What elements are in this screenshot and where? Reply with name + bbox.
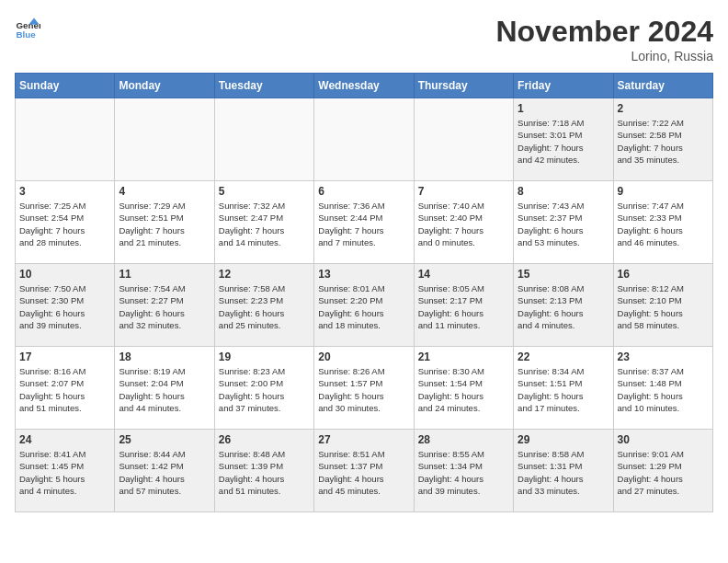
day-number: 13: [318, 268, 409, 281]
weekday-header-monday: Monday: [115, 74, 214, 98]
calendar-cell: 22Sunrise: 8:34 AM Sunset: 1:51 PM Dayli…: [514, 347, 613, 430]
calendar-week-1: 3Sunrise: 7:25 AM Sunset: 2:54 PM Daylig…: [16, 181, 713, 264]
day-number: 23: [618, 350, 709, 363]
day-info: Sunrise: 7:47 AM Sunset: 2:33 PM Dayligh…: [618, 200, 709, 248]
calendar-cell: 12Sunrise: 7:58 AM Sunset: 2:23 PM Dayli…: [214, 264, 313, 347]
day-info: Sunrise: 8:58 AM Sunset: 1:31 PM Dayligh…: [518, 448, 609, 497]
calendar-cell: [214, 98, 313, 181]
calendar-cell: 29Sunrise: 8:58 AM Sunset: 1:31 PM Dayli…: [514, 430, 613, 512]
weekday-header-sunday: Sunday: [16, 74, 115, 98]
calendar-cell: 15Sunrise: 8:08 AM Sunset: 2:13 PM Dayli…: [514, 264, 613, 347]
day-number: 7: [418, 185, 509, 198]
day-number: 21: [418, 350, 509, 363]
day-number: 26: [219, 433, 310, 446]
calendar-cell: 5Sunrise: 7:32 AM Sunset: 2:47 PM Daylig…: [214, 181, 313, 264]
day-info: Sunrise: 7:36 AM Sunset: 2:44 PM Dayligh…: [318, 200, 409, 248]
calendar-week-4: 24Sunrise: 8:41 AM Sunset: 1:45 PM Dayli…: [16, 430, 713, 512]
calendar-cell: 28Sunrise: 8:55 AM Sunset: 1:34 PM Dayli…: [414, 430, 513, 512]
day-info: Sunrise: 8:19 AM Sunset: 2:04 PM Dayligh…: [119, 365, 210, 414]
logo: General Blue: [15, 15, 40, 40]
day-info: Sunrise: 8:37 AM Sunset: 1:48 PM Dayligh…: [618, 365, 709, 414]
day-info: Sunrise: 8:12 AM Sunset: 2:10 PM Dayligh…: [618, 282, 709, 331]
day-number: 10: [19, 268, 110, 281]
day-info: Sunrise: 8:30 AM Sunset: 1:54 PM Dayligh…: [418, 365, 509, 414]
day-number: 18: [119, 350, 210, 363]
day-info: Sunrise: 9:01 AM Sunset: 1:29 PM Dayligh…: [618, 448, 709, 497]
calendar-cell: 17Sunrise: 8:16 AM Sunset: 2:07 PM Dayli…: [16, 347, 115, 430]
calendar-cell: [16, 98, 115, 181]
day-info: Sunrise: 8:26 AM Sunset: 1:57 PM Dayligh…: [318, 365, 409, 414]
day-number: 27: [318, 433, 409, 446]
calendar-cell: 14Sunrise: 8:05 AM Sunset: 2:17 PM Dayli…: [414, 264, 513, 347]
day-number: 22: [518, 350, 609, 363]
day-number: 6: [318, 185, 409, 198]
day-info: Sunrise: 7:54 AM Sunset: 2:27 PM Dayligh…: [119, 282, 210, 331]
day-number: 29: [518, 433, 609, 446]
weekday-header-saturday: Saturday: [613, 74, 712, 98]
day-number: 1: [518, 102, 609, 115]
day-info: Sunrise: 8:05 AM Sunset: 2:17 PM Dayligh…: [418, 282, 509, 331]
calendar-cell: 30Sunrise: 9:01 AM Sunset: 1:29 PM Dayli…: [613, 430, 712, 512]
day-info: Sunrise: 8:08 AM Sunset: 2:13 PM Dayligh…: [518, 282, 609, 331]
svg-text:Blue: Blue: [16, 29, 36, 40]
day-info: Sunrise: 7:29 AM Sunset: 2:51 PM Dayligh…: [119, 200, 210, 248]
calendar-cell: 13Sunrise: 8:01 AM Sunset: 2:20 PM Dayli…: [314, 264, 414, 347]
day-number: 30: [618, 433, 709, 446]
day-number: 5: [219, 185, 310, 198]
calendar-cell: 18Sunrise: 8:19 AM Sunset: 2:04 PM Dayli…: [115, 347, 214, 430]
day-number: 20: [318, 350, 409, 363]
day-info: Sunrise: 8:44 AM Sunset: 1:42 PM Dayligh…: [119, 448, 210, 497]
calendar-cell: 3Sunrise: 7:25 AM Sunset: 2:54 PM Daylig…: [16, 181, 115, 264]
day-info: Sunrise: 8:48 AM Sunset: 1:39 PM Dayligh…: [219, 448, 310, 497]
day-info: Sunrise: 7:22 AM Sunset: 2:58 PM Dayligh…: [618, 117, 709, 166]
calendar-cell: 2Sunrise: 7:22 AM Sunset: 2:58 PM Daylig…: [613, 98, 712, 181]
month-title: November 2024: [495, 15, 713, 49]
day-info: Sunrise: 8:55 AM Sunset: 1:34 PM Dayligh…: [418, 448, 509, 497]
calendar-cell: 27Sunrise: 8:51 AM Sunset: 1:37 PM Dayli…: [314, 430, 414, 512]
page-header: General Blue November 2024 Lorino, Russi…: [15, 15, 713, 63]
day-number: 15: [518, 268, 609, 281]
day-info: Sunrise: 7:32 AM Sunset: 2:47 PM Dayligh…: [219, 200, 310, 248]
location: Lorino, Russia: [495, 49, 713, 63]
day-info: Sunrise: 7:25 AM Sunset: 2:54 PM Dayligh…: [19, 200, 110, 248]
day-number: 8: [518, 185, 609, 198]
day-info: Sunrise: 8:16 AM Sunset: 2:07 PM Dayligh…: [19, 365, 110, 414]
day-info: Sunrise: 8:51 AM Sunset: 1:37 PM Dayligh…: [318, 448, 409, 497]
day-number: 25: [119, 433, 210, 446]
logo-icon: General Blue: [15, 15, 40, 40]
day-number: 24: [19, 433, 110, 446]
weekday-header-friday: Friday: [514, 74, 613, 98]
calendar-cell: 8Sunrise: 7:43 AM Sunset: 2:37 PM Daylig…: [514, 181, 613, 264]
day-number: 2: [618, 102, 709, 115]
day-number: 4: [119, 185, 210, 198]
day-info: Sunrise: 7:43 AM Sunset: 2:37 PM Dayligh…: [518, 200, 609, 248]
calendar-cell: 25Sunrise: 8:44 AM Sunset: 1:42 PM Dayli…: [115, 430, 214, 512]
calendar-cell: 24Sunrise: 8:41 AM Sunset: 1:45 PM Dayli…: [16, 430, 115, 512]
day-info: Sunrise: 7:58 AM Sunset: 2:23 PM Dayligh…: [219, 282, 310, 331]
weekday-header-tuesday: Tuesday: [214, 74, 313, 98]
day-number: 9: [618, 185, 709, 198]
calendar-cell: 1Sunrise: 7:18 AM Sunset: 3:01 PM Daylig…: [514, 98, 613, 181]
weekday-header-row: SundayMondayTuesdayWednesdayThursdayFrid…: [16, 74, 713, 98]
day-info: Sunrise: 7:50 AM Sunset: 2:30 PM Dayligh…: [19, 282, 110, 331]
weekday-header-thursday: Thursday: [414, 74, 513, 98]
calendar-week-3: 17Sunrise: 8:16 AM Sunset: 2:07 PM Dayli…: [16, 347, 713, 430]
calendar-cell: 20Sunrise: 8:26 AM Sunset: 1:57 PM Dayli…: [314, 347, 414, 430]
day-info: Sunrise: 7:18 AM Sunset: 3:01 PM Dayligh…: [518, 117, 609, 166]
calendar-cell: [115, 98, 214, 181]
calendar-cell: 7Sunrise: 7:40 AM Sunset: 2:40 PM Daylig…: [414, 181, 513, 264]
calendar-cell: 16Sunrise: 8:12 AM Sunset: 2:10 PM Dayli…: [613, 264, 712, 347]
calendar-cell: [314, 98, 414, 181]
day-number: 17: [19, 350, 110, 363]
day-number: 12: [219, 268, 310, 281]
day-info: Sunrise: 8:34 AM Sunset: 1:51 PM Dayligh…: [518, 365, 609, 414]
day-number: 11: [119, 268, 210, 281]
day-number: 14: [418, 268, 509, 281]
calendar-cell: 10Sunrise: 7:50 AM Sunset: 2:30 PM Dayli…: [16, 264, 115, 347]
calendar-cell: 9Sunrise: 7:47 AM Sunset: 2:33 PM Daylig…: [613, 181, 712, 264]
weekday-header-wednesday: Wednesday: [314, 74, 414, 98]
day-info: Sunrise: 8:41 AM Sunset: 1:45 PM Dayligh…: [19, 448, 110, 497]
title-area: November 2024 Lorino, Russia: [495, 15, 713, 63]
day-number: 16: [618, 268, 709, 281]
day-info: Sunrise: 8:23 AM Sunset: 2:00 PM Dayligh…: [219, 365, 310, 414]
